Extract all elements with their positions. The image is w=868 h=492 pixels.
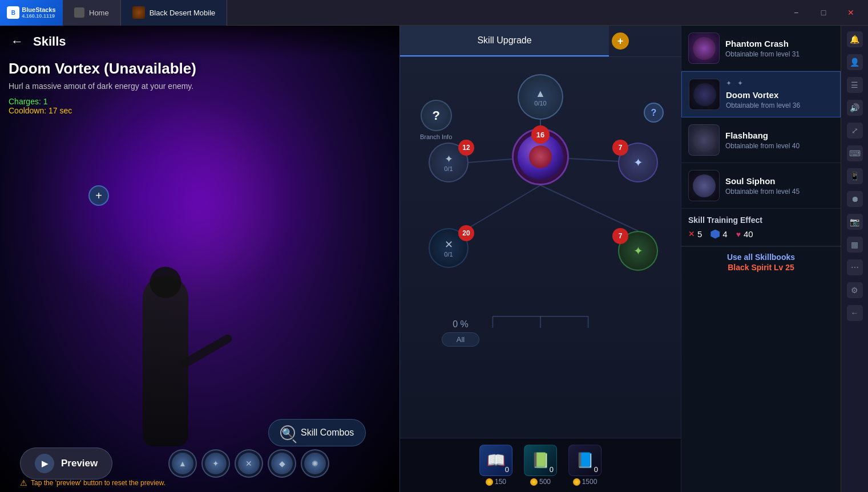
- skill-description: Hurl a massive amout of dark energy at y…: [9, 81, 196, 92]
- flashbang-name: Flashbang: [725, 131, 834, 140]
- top-node-circle: ▲ 0/10: [518, 74, 563, 120]
- badge-16: 16: [531, 125, 550, 144]
- expand-icon[interactable]: ⤢: [847, 123, 863, 139]
- skill-name-display: Doom Vortex (Unavailable): [9, 60, 196, 78]
- skillbook-bar: 📖 0 150 📗 0 500: [400, 438, 681, 492]
- flashbang-thumbnail: [688, 124, 720, 156]
- title-bar: B BlueStacks 4.160.10.1119 Home Black De…: [0, 0, 868, 26]
- skill-tree-container: ? Branch Info ? ▲ 0/10 16: [400, 57, 681, 373]
- left-node-fraction: 0/1: [444, 165, 453, 172]
- skill-list-item-soul-siphon[interactable]: Soul Siphon Obtainable from level 45: [681, 163, 841, 209]
- minimize-button[interactable]: −: [785, 4, 808, 21]
- phantom-crash-name: Phantom Crash: [725, 39, 834, 48]
- skill-info-panel: Doom Vortex (Unavailable) Hurl a massive…: [9, 60, 196, 115]
- phone-icon[interactable]: 📱: [847, 168, 863, 184]
- phantom-crash-info: Phantom Crash Obtainable from level 31: [725, 39, 834, 58]
- game-content: ← Skills 114/127 0 100 93,34: [0, 26, 841, 492]
- skill-combos-label: Skill Combos: [301, 428, 354, 438]
- settings-icon[interactable]: ⚙: [847, 282, 863, 298]
- corner-icon-2: ✦: [737, 79, 746, 88]
- badge-20: 20: [458, 225, 474, 241]
- ste-stat-x: ✕ 5: [688, 229, 702, 239]
- svg-line-4: [540, 185, 638, 231]
- use-all-skillbooks-button[interactable]: Use all Skillbooks: [688, 253, 834, 262]
- badge-7b: 7: [612, 228, 628, 244]
- ste-stat-shield-val: 4: [722, 229, 727, 239]
- menu-icon[interactable]: ☰: [847, 77, 863, 93]
- skill-list-item-doom-vortex[interactable]: ✦ ✦ Doom Vortex Obtainable from level 36: [681, 71, 841, 117]
- more-icon[interactable]: ⋯: [847, 259, 863, 275]
- skillbook-item-dark[interactable]: 📘 0 1500: [568, 445, 601, 486]
- skill-btn-x[interactable]: ✕: [235, 449, 263, 478]
- preview-button[interactable]: ▶ Preview: [20, 448, 112, 479]
- help-button[interactable]: ?: [644, 103, 664, 123]
- skill-btn-diamond[interactable]: ◆: [268, 449, 296, 478]
- skillbook-item-blue[interactable]: 📖 0 150: [479, 445, 512, 486]
- back-button[interactable]: ←: [6, 30, 29, 53]
- keyboard-icon[interactable]: ⌨: [847, 145, 863, 161]
- shield-icon: [710, 230, 720, 239]
- skill-btn-diamond-inner: ◆: [271, 453, 293, 474]
- branch-info-icon: ?: [421, 100, 452, 131]
- skillbook-price-blue-val: 150: [495, 478, 506, 486]
- charges-value: 1: [43, 97, 48, 106]
- doom-vortex-info: ✦ ✦ Doom Vortex Obtainable from level 36: [726, 79, 833, 109]
- user-icon[interactable]: 👤: [847, 54, 863, 70]
- skill-selection-buttons: ▲ ✦ ✕ ◆ ✺: [168, 449, 329, 478]
- character-head: [150, 267, 181, 298]
- skill-list-item-phantom-crash[interactable]: Phantom Crash Obtainable from level 31: [681, 26, 841, 71]
- black-spirit-level: Black Spirit Lv 25: [688, 263, 834, 272]
- skillbook-price-blue: 150: [486, 478, 506, 486]
- close-button[interactable]: ✕: [839, 4, 862, 21]
- filter-area: 0 % All: [400, 319, 521, 347]
- back-arrow-bs-icon[interactable]: ←: [847, 305, 863, 321]
- preview-label: Preview: [61, 458, 98, 469]
- doom-vortex-level: Obtainable from level 36: [726, 101, 833, 109]
- top-node-arrow: ▲: [535, 88, 546, 100]
- skill-btn-up[interactable]: ▲: [168, 449, 197, 478]
- skill-combos-button[interactable]: 🔍 Skill Combos: [268, 419, 366, 446]
- skill-node-bottom-left[interactable]: ✕ 0/1 20: [429, 228, 469, 268]
- ste-stat-shield: 4: [710, 229, 727, 239]
- progress-percent: 0 %: [453, 319, 469, 330]
- game-tab-label: Black Desert Mobile: [150, 9, 216, 17]
- record-icon[interactable]: ⏺: [847, 191, 863, 207]
- bs-version: 4.160.10.1119: [22, 13, 55, 19]
- branch-info-button[interactable]: ? Branch Info: [420, 100, 452, 140]
- skill-btn-cross[interactable]: ✦: [201, 449, 230, 478]
- skill-list-item-flashbang[interactable]: Flashbang Obtainable from level 40: [681, 117, 841, 163]
- skill-btn-star[interactable]: ✺: [301, 449, 329, 478]
- skillbook-item-teal[interactable]: 📗 0 500: [524, 445, 557, 486]
- bell-icon[interactable]: 🔔: [847, 31, 863, 47]
- home-tab-icon: [74, 7, 84, 18]
- camera-icon[interactable]: 📷: [847, 214, 863, 230]
- skillbook-icon-dark: 📘 0: [568, 445, 601, 476]
- charges-label: Charges:: [9, 97, 41, 106]
- volume-icon[interactable]: 🔊: [847, 100, 863, 116]
- skill-node-top[interactable]: ▲ 0/10: [518, 74, 563, 120]
- skill-charges: Charges: 1: [9, 97, 196, 106]
- page-title: Skills: [33, 34, 66, 49]
- layers-icon[interactable]: ▦: [847, 237, 863, 253]
- skillbook-count-blue: 0: [505, 465, 509, 474]
- tab-skill-upgrade[interactable]: Skill Upgrade: [400, 26, 609, 56]
- soul-siphon-name: Soul Siphon: [725, 176, 834, 186]
- tab-add-area: +: [609, 26, 632, 56]
- bottom-right-icon: ✦: [633, 244, 643, 258]
- home-tab[interactable]: Home: [63, 0, 121, 26]
- skill-node-right[interactable]: ✦ 7: [618, 143, 658, 182]
- add-tab-button[interactable]: +: [612, 32, 629, 50]
- game-tab[interactable]: Black Desert Mobile: [121, 0, 228, 26]
- bs-app-name: BlueStacks: [22, 6, 55, 13]
- skill-node-bottom-right[interactable]: ✦ 7: [618, 231, 658, 271]
- flashbang-level: Obtainable from level 40: [725, 142, 834, 150]
- ste-title: Skill Training Effect: [688, 215, 834, 225]
- filter-all-button[interactable]: All: [442, 332, 479, 347]
- soul-siphon-icon: [693, 174, 716, 197]
- bs-sidebar: 🔔 👤 ☰ 🔊 ⤢ ⌨ 📱 ⏺ 📷 ▦ ⋯ ⚙ ←: [841, 26, 868, 492]
- skill-node-left[interactable]: ✦ 0/1 12: [429, 143, 469, 182]
- cooldown-label: Cooldown:: [9, 106, 46, 115]
- phantom-crash-icon: [693, 37, 716, 60]
- maximize-button[interactable]: □: [812, 4, 835, 21]
- add-button[interactable]: +: [88, 185, 109, 206]
